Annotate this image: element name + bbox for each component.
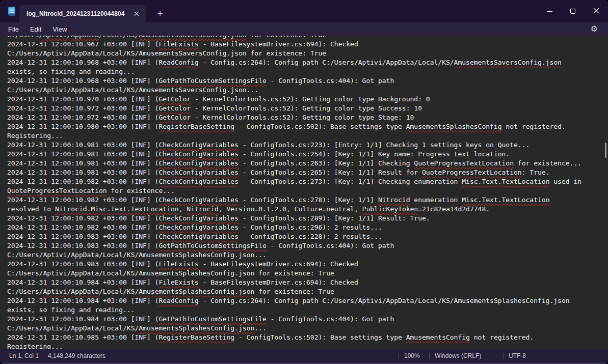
titlebar[interactable]: log_Nitrocid_20241231120044804 + xyxy=(0,0,608,22)
menu-view[interactable]: View xyxy=(47,24,72,35)
log-line: Registering... xyxy=(7,342,601,349)
new-tab-button[interactable]: + xyxy=(153,7,167,20)
log-line: exists, so fixing and reading... xyxy=(7,67,601,76)
editor-content: C:/Users/Aptivi/AppData/Local/KS/Amuseme… xyxy=(0,36,608,349)
log-line: 2024-12-31 12:00:10.984 +03:00 [INF] (Ge… xyxy=(7,315,601,324)
log-line: 2024-12-31 12:00:10.981 +03:00 [INF] (Ch… xyxy=(7,150,601,159)
log-line: 2024-12-31 12:00:10.968 +03:00 [INF] (Ge… xyxy=(7,76,601,86)
tab-close-button[interactable] xyxy=(131,9,142,19)
statusbar-divider xyxy=(429,353,430,359)
log-line: resolved to Nitrocid.Misc.Text.TextLocat… xyxy=(7,205,601,214)
log-line: 2024-12-31 12:00:10.967 +03:00 [INF] (Fi… xyxy=(7,40,601,49)
log-line: C:/Users/Aptivi/AppData/Local/KS/Amuseme… xyxy=(7,49,601,58)
log-line: 2024-12-31 12:00:10.980 +03:00 [INF] (Re… xyxy=(7,122,601,131)
statusbar-divider xyxy=(42,353,42,359)
log-line: C:/Users/Aptivi/AppData/Local/KS/Amuseme… xyxy=(7,250,601,260)
log-line: 2024-12-31 12:00:10.981 +03:00 [INF] (Ch… xyxy=(7,141,601,150)
log-line: 2024-12-31 12:00:10.981 +03:00 [INF] (Ch… xyxy=(7,159,601,168)
log-line: 2024-12-31 12:00:10.968 +03:00 [INF] (Re… xyxy=(7,58,601,67)
log-line: 2024-12-31 12:00:10.982 +03:00 [INF] (Ch… xyxy=(7,214,601,223)
line-ending: Windows (CRLF) xyxy=(435,352,481,359)
log-line: 2024-12-31 12:00:10.970 +03:00 [INF] (Ge… xyxy=(7,95,601,104)
log-line: 2024-12-31 12:00:10.981 +03:00 [INF] (Ch… xyxy=(7,168,601,177)
log-line: 2024-12-31 12:00:10.985 +03:00 [INF] (Re… xyxy=(7,333,601,342)
statusbar-divider xyxy=(399,353,399,359)
minimize-icon xyxy=(547,11,552,12)
log-line: 2024-12-31 12:00:10.983 +03:00 [INF] (Ge… xyxy=(7,241,601,250)
log-line: C:/Users/Aptivi/AppData/Local/KS/Amuseme… xyxy=(7,324,601,333)
log-line: 2024-12-31 12:00:10.972 +03:00 [INF] (Ge… xyxy=(7,104,601,113)
zoom-level[interactable]: 100% xyxy=(404,352,420,359)
log-line: C:/Users/Aptivi/AppData/Local/KS/Amuseme… xyxy=(7,287,601,296)
log-line: QuoteProgressTextLocation for existence.… xyxy=(7,186,601,195)
maximize-button[interactable] xyxy=(561,0,585,22)
settings-button[interactable]: ⚙ xyxy=(588,23,601,35)
log-line: 2024-12-31 12:00:10.984 +03:00 [INF] (Re… xyxy=(7,296,601,305)
log-line: 2024-12-31 12:00:10.982 +03:00 [INF] (Ch… xyxy=(7,223,601,232)
menu-file[interactable]: File xyxy=(3,24,24,35)
statusbar-divider xyxy=(503,353,504,359)
notepad-icon xyxy=(7,6,17,16)
menu-edit[interactable]: Edit xyxy=(24,24,47,35)
vertical-scrollbar[interactable] xyxy=(602,36,608,349)
gear-icon: ⚙ xyxy=(591,25,598,33)
text-editor[interactable]: C:/Users/Aptivi/AppData/Local/KS/Amuseme… xyxy=(0,36,608,349)
close-button[interactable] xyxy=(585,0,608,22)
encoding: UTF-8 xyxy=(509,352,526,359)
log-line: 2024-12-31 12:00:10.982 +03:00 [INF] (Ch… xyxy=(7,177,601,186)
tab-log-file[interactable]: log_Nitrocid_20241231120044804 xyxy=(19,5,146,22)
log-line: exists, so fixing and reading... xyxy=(7,305,601,315)
log-line: 2024-12-31 12:00:10.983 +03:00 [INF] (Ch… xyxy=(7,232,601,241)
log-line: 2024-12-31 12:00:10.982 +03:00 [INF] (Ch… xyxy=(7,195,601,205)
character-count: 4,148,249 characters xyxy=(48,352,105,359)
log-line: C:/Users/Aptivi/AppData/Local/KS/Amuseme… xyxy=(7,269,601,278)
scrollbar-thumb[interactable] xyxy=(605,143,606,158)
tab-title: log_Nitrocid_20241231120044804 xyxy=(27,10,131,17)
log-line: 2024-12-31 12:00:10.984 +03:00 [INF] (Fi… xyxy=(7,278,601,287)
log-line: C:/Users/Aptivi/AppData/Local/KS/Amuseme… xyxy=(7,36,601,40)
close-icon xyxy=(593,7,599,16)
caption-buttons xyxy=(538,0,608,22)
maximize-icon xyxy=(570,9,575,14)
log-line: C:/Users/Aptivi/AppData/Local/KS/Amuseme… xyxy=(7,86,601,95)
notepad-window: log_Nitrocid_20241231120044804 + xyxy=(0,0,608,364)
menubar: File Edit View xyxy=(0,22,608,36)
minimize-button[interactable] xyxy=(538,0,561,22)
log-line: Registering... xyxy=(7,131,601,141)
log-line: 2024-12-31 12:00:10.972 +03:00 [INF] (Ge… xyxy=(7,113,601,122)
log-line: 2024-12-31 12:00:10.983 +03:00 [INF] (Fi… xyxy=(7,260,601,269)
statusbar: Ln 1, Col 1 4,148,249 characters 100% Wi… xyxy=(0,349,608,364)
cursor-position: Ln 1, Col 1 xyxy=(9,352,39,359)
